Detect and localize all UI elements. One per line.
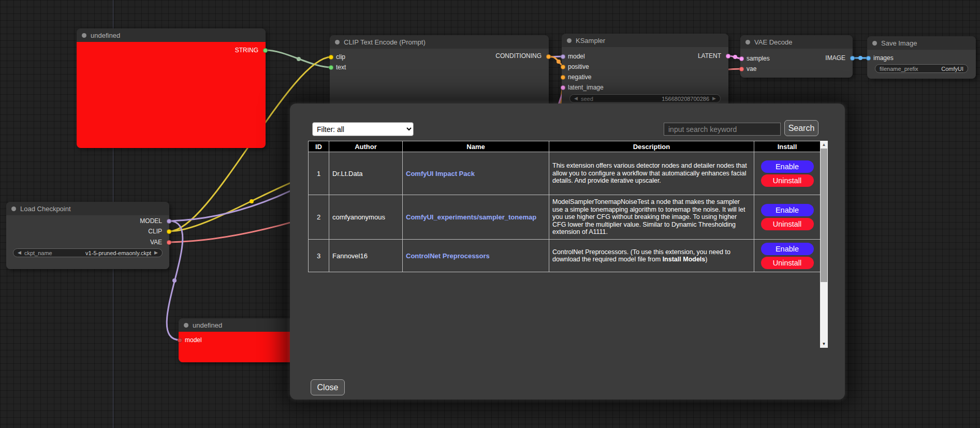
node-header[interactable]: undefined xyxy=(77,28,266,42)
output-port-model[interactable] xyxy=(167,219,171,224)
comfyui-canvas[interactable]: { "icons": { "combo_left": "◀", "combo_r… xyxy=(0,0,980,428)
output-port-latent[interactable] xyxy=(726,54,730,58)
collapse-dot-icon[interactable] xyxy=(335,40,340,45)
table-scrollbar[interactable]: ▲ ▼ xyxy=(820,141,828,348)
ckpt-name-widget[interactable]: ◀ ckpt_name v1-5-pruned-emaonly.ckpt ▶ xyxy=(13,248,163,257)
table-row: 1 Dr.Lt.Data ComfyUI Impact Pack This ex… xyxy=(309,152,821,195)
node-header[interactable]: Save Image xyxy=(867,36,976,50)
scrollbar-down-icon[interactable]: ▼ xyxy=(820,340,828,348)
cell-author: Fannovel16 xyxy=(329,240,403,272)
node-save-image[interactable]: Save Image images filename_prefix ComfyU… xyxy=(867,36,976,79)
input-label-positive: positive xyxy=(568,63,589,70)
seed-widget-label: seed xyxy=(581,96,593,102)
node-title: KSampler xyxy=(576,37,605,45)
extension-link[interactable]: ComfyUI Impact Pack xyxy=(406,170,475,178)
node-header[interactable]: CLIP Text Encode (Prompt) xyxy=(330,35,549,49)
extensions-table: ID Author Name Description Install 1 Dr.… xyxy=(308,141,821,272)
header-id: ID xyxy=(309,141,329,152)
input-port-text[interactable] xyxy=(329,65,333,70)
collapse-dot-icon[interactable] xyxy=(872,41,877,46)
enable-button[interactable]: Enable xyxy=(761,160,814,173)
cell-description: ModelSamplerTonemapNoiseTest a node that… xyxy=(549,195,754,240)
output-port-vae[interactable] xyxy=(167,240,171,245)
table-header-row: ID Author Name Description Install xyxy=(309,141,821,152)
collapse-dot-icon[interactable] xyxy=(82,33,86,38)
cell-id: 3 xyxy=(309,240,329,272)
combo-left-arrow-icon[interactable]: ◀ xyxy=(18,250,21,255)
collapse-dot-icon[interactable] xyxy=(567,38,572,43)
output-label-latent: LATENT xyxy=(698,52,721,60)
output-port-string[interactable] xyxy=(263,48,268,53)
input-label-clip: clip xyxy=(336,53,345,61)
input-port-clip[interactable] xyxy=(329,55,333,60)
collapse-dot-icon[interactable] xyxy=(745,40,750,45)
filename-prefix-label: filename_prefix xyxy=(880,66,918,72)
input-port-samples[interactable] xyxy=(739,56,744,61)
input-label-latent-image: latent_image xyxy=(568,84,604,91)
collapse-dot-icon[interactable] xyxy=(184,323,188,328)
node-header[interactable]: Load Checkpoint xyxy=(6,202,169,215)
cell-description: ControlNet Preprocessors. (To use this e… xyxy=(549,240,754,272)
input-port-vae[interactable] xyxy=(739,67,744,71)
input-port-positive[interactable] xyxy=(561,65,565,69)
node-title: VAE Decode xyxy=(754,38,792,46)
input-port-model[interactable] xyxy=(561,54,565,59)
scrollbar-up-icon[interactable]: ▲ xyxy=(820,141,828,149)
input-label-model: model xyxy=(568,53,585,60)
cell-install: Enable Uninstall xyxy=(754,240,821,272)
cell-id: 2 xyxy=(309,195,329,240)
uninstall-button[interactable]: Uninstall xyxy=(761,257,814,269)
enable-button[interactable]: Enable xyxy=(761,204,814,216)
table-row: 3 Fannovel16 ControlNet Preprocessors Co… xyxy=(309,240,821,272)
enable-button[interactable]: Enable xyxy=(761,243,814,255)
seed-widget[interactable]: ◀ seed 156680208700286 ▶ xyxy=(569,94,721,103)
output-label-string: STRING xyxy=(235,47,258,54)
input-port-images[interactable] xyxy=(866,56,871,61)
output-label-conditioning: CONDITIONING xyxy=(495,52,542,60)
node-header[interactable]: KSampler xyxy=(562,34,728,47)
input-label-images: images xyxy=(873,54,894,62)
uninstall-button[interactable]: Uninstall xyxy=(761,174,814,187)
node-body xyxy=(740,49,853,78)
input-port-latent-image[interactable] xyxy=(561,85,565,90)
input-port-negative[interactable] xyxy=(561,75,565,80)
uninstall-button[interactable]: Uninstall xyxy=(761,218,814,230)
header-install: Install xyxy=(754,141,821,152)
cell-id: 1 xyxy=(309,152,329,195)
node-load-checkpoint[interactable]: Load Checkpoint MODEL CLIP VAE ◀ ckpt_na… xyxy=(6,202,169,269)
cell-author: comfyanonymous xyxy=(329,195,403,240)
extension-link[interactable]: ComfyUI_experiments/sampler_tonemap xyxy=(406,213,536,221)
filename-prefix-widget[interactable]: filename_prefix ComfyUI xyxy=(875,64,968,73)
header-author: Author xyxy=(329,141,403,152)
output-port-image[interactable] xyxy=(850,56,855,61)
output-port-clip[interactable] xyxy=(167,229,171,234)
cell-author: Dr.Lt.Data xyxy=(329,152,403,195)
combo-left-arrow-icon[interactable]: ◀ xyxy=(574,96,578,101)
cell-install: Enable Uninstall xyxy=(754,152,821,195)
input-label-samples: samples xyxy=(747,55,770,62)
node-vae-decode[interactable]: VAE Decode samples vae IMAGE xyxy=(740,35,853,78)
combo-right-arrow-icon[interactable]: ▶ xyxy=(154,250,158,255)
input-port-model[interactable] xyxy=(178,338,182,343)
output-label-vae: VAE xyxy=(150,239,162,246)
combo-right-arrow-icon[interactable]: ▶ xyxy=(712,96,716,101)
ckpt-name-label: ckpt_name xyxy=(24,250,52,256)
filename-prefix-value: ComfyUI xyxy=(941,66,963,72)
search-button[interactable]: Search xyxy=(784,120,818,136)
output-label-clip: CLIP xyxy=(148,228,162,235)
extension-link[interactable]: ControlNet Preprocessors xyxy=(406,252,490,260)
seed-widget-value: 156680208700286 xyxy=(662,96,709,102)
table-row: 2 comfyanonymous ComfyUI_experiments/sam… xyxy=(309,195,821,240)
output-port-conditioning[interactable] xyxy=(546,54,551,59)
node-header[interactable]: VAE Decode xyxy=(740,35,853,49)
collapse-dot-icon[interactable] xyxy=(11,206,16,211)
node-undefined-top[interactable]: undefined STRING xyxy=(77,28,266,148)
scrollbar-thumb[interactable] xyxy=(821,149,827,282)
filter-dropdown[interactable]: Filter: all xyxy=(312,122,414,136)
search-input[interactable] xyxy=(664,123,781,136)
output-label-image: IMAGE xyxy=(825,54,845,62)
custom-nodes-manager-dialog: Filter: all Search ID Author Name Descri… xyxy=(290,104,845,400)
close-button[interactable]: Close xyxy=(311,379,345,395)
input-label-vae: vae xyxy=(747,65,756,72)
output-label-model: MODEL xyxy=(140,217,162,225)
